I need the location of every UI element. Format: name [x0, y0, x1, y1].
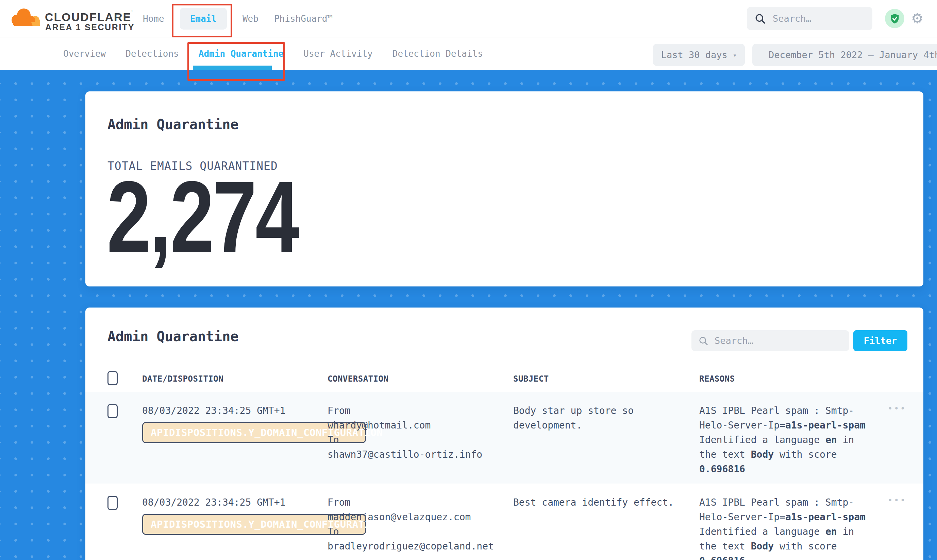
tab-admin-quarantine[interactable]: Admin Quarantine [199, 49, 284, 59]
tab-detections[interactable]: Detections [125, 49, 179, 59]
table-row[interactable]: 08/03/2022 23:34:25 GMT+1 APIDISPOSITION… [85, 483, 923, 560]
to-label: To [327, 524, 513, 539]
date-range-dropdown-label: Last 30 days [661, 49, 727, 60]
table-search-input[interactable] [714, 335, 841, 346]
quarantine-table-card: Admin Quarantine Filter DATE/DISPOSITION… [85, 308, 923, 560]
brand-wordmark: CLOUDFLARE’ [45, 9, 133, 24]
row-actions-menu-icon[interactable]: ••• [888, 404, 906, 414]
global-search[interactable] [747, 7, 872, 30]
metric-value: 2,274 [107, 166, 298, 268]
nav-item-home[interactable]: Home [143, 14, 164, 24]
conversation-cell: From maddenjason@velazquez.com To bradle… [327, 483, 513, 560]
row-checkbox[interactable] [108, 404, 118, 418]
cloudflare-logo-icon [9, 5, 43, 32]
table-header-row: DATE/DISPOSITION CONVERSATION SUBJECT RE… [85, 366, 923, 392]
from-address: maddenjason@velazquez.com [327, 510, 513, 524]
table-row[interactable]: 08/03/2022 23:34:25 GMT+1 APIDISPOSITION… [85, 392, 923, 483]
column-header-conversation: CONVERSATION [327, 374, 513, 384]
column-header-reasons: REASONS [699, 374, 888, 384]
date-range-text: December 5th 2022 — January 4th 2023 [769, 49, 937, 60]
search-icon [698, 336, 709, 346]
select-all-checkbox[interactable] [108, 371, 118, 385]
search-icon [754, 13, 766, 25]
to-address: shawn37@castillo-ortiz.info [327, 447, 513, 462]
to-address: bradleyrodriguez@copeland.net [327, 539, 513, 554]
reasons-text: A1S IPBL Pearl spam : Smtp-Helo-Server-I… [699, 495, 871, 560]
shield-check-icon [889, 13, 901, 25]
date-range-dropdown[interactable]: Last 30 days ▾ [653, 44, 745, 66]
global-search-input[interactable] [772, 13, 869, 24]
nav-item-web[interactable]: Web [242, 14, 258, 24]
table-card-title: Admin Quarantine [108, 329, 238, 344]
brand-subtitle: AREA 1 SECURITY [45, 22, 135, 32]
table-body: 08/03/2022 23:34:25 GMT+1 APIDISPOSITION… [85, 392, 923, 560]
row-actions-menu-icon[interactable]: ••• [888, 496, 906, 505]
primary-nav: Home Email Web PhishGuard™ [143, 0, 333, 37]
chevron-down-icon: ▾ [733, 51, 737, 59]
section-tabs: Overview Detections Admin Quarantine Use… [63, 37, 483, 70]
protection-status-button[interactable] [885, 9, 905, 28]
to-label: To [327, 432, 513, 447]
active-tab-indicator [193, 66, 272, 70]
date-range-value[interactable]: December 5th 2022 — January 4th 2023 [752, 44, 937, 66]
from-label: From [327, 495, 513, 510]
top-bar: CLOUDFLARE’ AREA 1 SECURITY Home Email W… [0, 0, 937, 37]
table-search[interactable] [692, 330, 849, 351]
row-date: 08/03/2022 23:34:25 GMT+1 [142, 495, 327, 510]
from-address: whardy@hotmail.com [327, 418, 513, 432]
row-checkbox[interactable] [108, 496, 118, 510]
email-section-nav: Overview Detections Admin Quarantine Use… [0, 37, 937, 70]
subject-text: Best camera identify effect. [513, 495, 690, 510]
from-label: From [327, 403, 513, 418]
nav-item-phishguard[interactable]: PhishGuard™ [274, 14, 333, 24]
tab-overview[interactable]: Overview [63, 49, 106, 59]
filter-button[interactable]: Filter [853, 330, 908, 351]
column-header-subject: SUBJECT [513, 374, 699, 384]
tab-user-activity[interactable]: User Activity [303, 49, 373, 59]
column-header-date: DATE/DISPOSITION [142, 374, 327, 384]
nav-item-email[interactable]: Email [180, 8, 227, 29]
subject-text: Body star up store so development. [513, 403, 690, 432]
summary-card-title: Admin Quarantine [108, 117, 238, 132]
summary-card: Admin Quarantine TOTAL EMAILS QUARANTINE… [85, 91, 923, 286]
main-content: Admin Quarantine TOTAL EMAILS QUARANTINE… [0, 70, 937, 560]
row-date: 08/03/2022 23:34:25 GMT+1 [142, 403, 327, 418]
tab-detection-details[interactable]: Detection Details [392, 49, 483, 59]
trademark-mark: ’ [131, 9, 133, 15]
settings-gear-icon[interactable]: ⚙ [912, 8, 922, 28]
conversation-cell: From whardy@hotmail.com To shawn37@casti… [327, 392, 513, 483]
reasons-text: A1S IPBL Pearl spam : Smtp-Helo-Server-I… [699, 403, 871, 476]
